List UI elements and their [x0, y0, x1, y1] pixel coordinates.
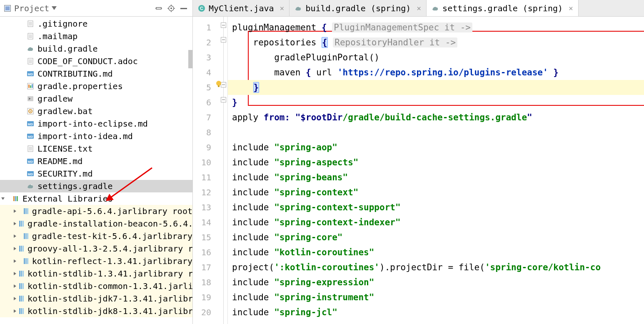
editor-tab[interactable]: CMyClient.java×	[193, 0, 290, 16]
library-tree-item[interactable]: groovy-all-1.3-2.5.4.jarlibrary r	[0, 242, 192, 255]
external-libraries-node[interactable]: External Libraries	[0, 192, 192, 205]
library-tree-item[interactable]: kotlin-reflect-1.3.41.jarlibrary	[0, 255, 192, 267]
library-tree-item[interactable]: gradle-test-kit-5.6.4.jarlibrary	[0, 230, 192, 242]
tab-label: MyClient.java	[209, 3, 274, 13]
code-line[interactable]: include "spring-core"	[228, 230, 644, 245]
code-line[interactable]: include "spring-context"	[228, 185, 644, 200]
file-name: gradlew	[37, 94, 72, 104]
gear-icon[interactable]	[167, 4, 176, 13]
locate-icon[interactable]	[154, 4, 163, 13]
svg-point-32	[30, 111, 31, 112]
svg-rect-67	[24, 258, 25, 264]
library-suffix: libr	[173, 294, 192, 304]
editor-tab[interactable]: settings.gradle (spring)×	[427, 0, 579, 16]
libraries-icon	[12, 195, 20, 202]
library-name: groovy-all-1.3-2.5.4.jar	[27, 244, 148, 254]
svg-rect-48	[15, 196, 16, 201]
file-tree-item[interactable]: MDimport-into-idea.md	[0, 130, 192, 142]
scrollbar-thumb[interactable]	[188, 50, 192, 68]
file-tree-item[interactable]: CODE_OF_CONDUCT.adoc	[0, 55, 192, 67]
fold-toggle-icon[interactable]	[221, 97, 226, 102]
sidebar-title[interactable]: Project	[14, 3, 57, 13]
svg-rect-27	[30, 85, 31, 88]
library-tree-item[interactable]: gradle-installation-beacon-5.6.4.j	[0, 217, 192, 230]
svg-rect-71	[19, 271, 20, 277]
file-tree-item[interactable]: settings.gradle	[0, 180, 192, 192]
library-tree-item[interactable]: kotlin-stdlib-1.3.41.jarlibrary r	[0, 267, 192, 280]
code-line[interactable]: include "spring-instrument"	[228, 290, 644, 305]
tab-label: settings.gradle (spring)	[442, 3, 563, 13]
line-number: 7	[193, 110, 220, 125]
file-tree-item[interactable]: MDREADME.md	[0, 155, 192, 167]
hide-icon[interactable]	[179, 4, 188, 13]
line-number: 2	[193, 35, 220, 50]
library-tree-item[interactable]: gradle-api-5.6.4.jarlibrary root	[0, 205, 192, 217]
file-tree-item[interactable]: .mailmap	[0, 30, 192, 42]
file-tree-item[interactable]: gradle.properties	[0, 80, 192, 92]
file-tree-item[interactable]: gradlew	[0, 92, 192, 105]
file-tree-item[interactable]: build.gradle	[0, 42, 192, 55]
file-tree-item[interactable]: gradlew.bat	[0, 105, 192, 117]
file-icon: MD	[27, 120, 34, 127]
svg-point-91	[436, 7, 437, 7]
chevron-right-icon	[12, 234, 22, 239]
jar-icon	[17, 270, 25, 277]
code-line[interactable]: include "spring-jcl"	[228, 305, 644, 320]
code-line[interactable]: }	[228, 80, 644, 95]
code-line[interactable]: include "spring-aop"	[228, 140, 644, 155]
code-line[interactable]: maven { url 'https://repo.spring.io/plug…	[228, 65, 644, 80]
svg-rect-28	[32, 84, 33, 88]
tab-file-icon	[432, 5, 439, 12]
svg-rect-85	[22, 308, 24, 314]
code-line[interactable]: gradlePluginPortal()	[228, 50, 644, 65]
file-tree-item[interactable]: MDCONTRIBUTING.md	[0, 67, 192, 80]
fold-toggle-icon[interactable]	[221, 22, 226, 28]
svg-rect-69	[27, 258, 28, 264]
code-line[interactable]: project(':kotlin-coroutines').projectDir…	[228, 260, 644, 275]
library-tree-item[interactable]: kotlin-stdlib-jdk7-1.3.41.jarlibr	[0, 292, 192, 305]
svg-marker-50	[14, 209, 16, 213]
code-line[interactable]: apply from: "$rootDir/gradle/build-cache…	[228, 110, 644, 125]
code-line[interactable]: pluginManagement { PluginManagementSpec …	[228, 20, 644, 35]
code-line[interactable]: repositories { RepositoryHandler it ->	[228, 35, 644, 50]
svg-marker-62	[14, 247, 16, 250]
code-line[interactable]: include "spring-context-indexer"	[228, 215, 644, 230]
editor-tab[interactable]: build.gradle (spring)×	[290, 0, 427, 16]
file-icon	[27, 20, 34, 27]
chevron-down-icon	[0, 196, 12, 202]
code-editor[interactable]: 1234567891011121314151617181920 pluginMa…	[193, 17, 644, 324]
library-name: kotlin-reflect-1.3.41.jar	[32, 256, 157, 266]
library-suffix: library	[157, 231, 192, 241]
svg-text:MD: MD	[28, 122, 33, 126]
file-icon: MD	[27, 157, 34, 165]
svg-rect-49	[17, 196, 18, 201]
file-tree-item[interactable]: LICENSE.txt	[0, 142, 192, 155]
library-suffix: library r	[148, 244, 192, 254]
file-tree-item[interactable]: .gitignore	[0, 17, 192, 30]
code-line[interactable]: include "spring-beans"	[228, 170, 644, 185]
svg-rect-72	[21, 271, 22, 277]
file-icon	[27, 57, 34, 65]
fold-toggle-icon[interactable]	[221, 37, 226, 42]
close-icon[interactable]: ×	[280, 4, 285, 12]
jar-icon	[22, 257, 30, 265]
code-line[interactable]	[228, 125, 644, 140]
file-tree-item[interactable]: MDSECURITY.md	[0, 167, 192, 180]
close-icon[interactable]: ×	[417, 4, 421, 12]
library-tree-item[interactable]: kotlin-stdlib-jdk8-1.3.41.jarlibr	[0, 305, 192, 317]
code-line[interactable]: include "spring-expression"	[228, 275, 644, 290]
file-tree-item[interactable]: MDimport-into-eclipse.md	[0, 117, 192, 130]
code-line[interactable]: include "kotlin-coroutines"	[228, 245, 644, 260]
close-icon[interactable]: ×	[569, 4, 573, 12]
code-line[interactable]: include "spring-aspects"	[228, 155, 644, 170]
code-line[interactable]: include "spring-context-support"	[228, 200, 644, 215]
intention-bulb-icon[interactable]	[215, 80, 223, 88]
library-tree-item[interactable]: kotlin-stdlib-common-1.3.41.jarli	[0, 280, 192, 292]
code-line[interactable]: }	[228, 95, 644, 110]
library-name: kotlin-stdlib-jdk8-1.3.41.jar	[27, 306, 173, 316]
svg-point-90	[299, 7, 300, 7]
file-icon	[27, 32, 34, 40]
fold-gutter[interactable]	[220, 17, 228, 324]
jar-icon	[17, 307, 25, 315]
project-tree[interactable]: .gitignore.mailmapbuild.gradleCODE_OF_CO…	[0, 17, 192, 324]
